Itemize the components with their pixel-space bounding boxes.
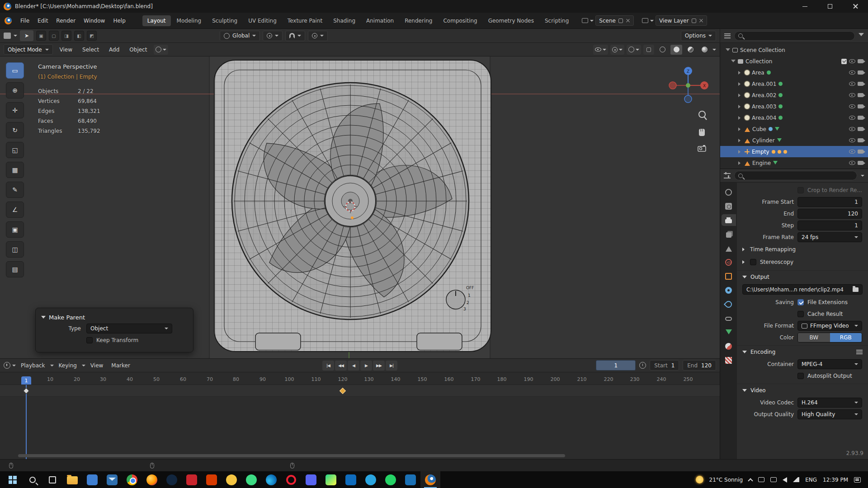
expand-icon[interactable]	[738, 105, 742, 108]
altium-icon[interactable]	[401, 471, 420, 488]
adobe-icon[interactable]	[182, 471, 202, 488]
stereoscopy-section[interactable]: Stereoscopy	[737, 256, 868, 268]
shading-rendered-button[interactable]	[698, 45, 710, 55]
menu-playback[interactable]: Playback	[18, 361, 48, 370]
file-explorer-icon[interactable]	[62, 471, 82, 488]
tab-material[interactable]	[722, 340, 736, 352]
new-view-layer-icon[interactable]	[692, 19, 696, 23]
editor-type-caret-icon[interactable]	[14, 35, 17, 38]
opera-icon[interactable]	[281, 471, 301, 488]
outliner-item-area-002[interactable]: Area.002	[720, 89, 868, 101]
workspace-tab-texture-paint[interactable]: Texture Paint	[283, 15, 327, 26]
transform-tool[interactable]: ▦	[6, 162, 24, 178]
timeline-ruler[interactable]: 1 10 20 30 40 50 60 70 80 90 100 110 120…	[0, 372, 720, 385]
tab-texture[interactable]	[722, 354, 736, 366]
scene-browse-caret-icon[interactable]	[590, 20, 594, 23]
visibility-dropdown[interactable]	[593, 45, 608, 55]
outliner-item-empty-selected[interactable]: Empty	[720, 146, 868, 157]
tab-object-data[interactable]	[722, 326, 736, 338]
empty-origin-point[interactable]	[351, 216, 354, 219]
start-button[interactable]	[3, 471, 23, 488]
select-subtract-toggle-icon[interactable]: ◧	[74, 31, 84, 41]
menu-render[interactable]: Render	[52, 16, 80, 26]
presets-menu-icon[interactable]	[856, 350, 863, 351]
fan-object[interactable]: OFF 1 2 3	[214, 60, 491, 352]
cursor-tool[interactable]: ⊕	[6, 82, 24, 99]
play-button[interactable]: ▶	[360, 361, 372, 371]
minimize-button[interactable]	[792, 0, 817, 13]
task-view-icon[interactable]	[42, 471, 62, 488]
expand-icon[interactable]	[738, 139, 742, 142]
snapping-dropdown[interactable]	[285, 31, 305, 41]
discord-icon[interactable]	[301, 471, 321, 488]
disable-render-icon[interactable]	[858, 161, 863, 165]
video-section-header[interactable]: Video	[737, 384, 868, 397]
frame-step-value-field[interactable]: 1	[797, 221, 862, 230]
jump-to-start-button[interactable]: |◀	[322, 361, 334, 371]
expand-icon[interactable]	[731, 60, 736, 65]
workspace-tab-rendering[interactable]: Rendering	[400, 15, 437, 26]
playhead-line[interactable]	[26, 385, 27, 459]
mode-dropdown[interactable]: Object Mode	[4, 44, 53, 55]
telegram-icon[interactable]	[361, 471, 381, 488]
disable-render-icon[interactable]	[858, 70, 863, 75]
container-dropdown[interactable]: MPEG-4	[797, 359, 862, 369]
rotate-tool[interactable]: ↻	[6, 122, 24, 138]
overlays-dropdown[interactable]	[627, 45, 641, 55]
menu-keying[interactable]: Keying	[56, 361, 80, 370]
timeline-tracks[interactable]	[0, 385, 720, 459]
tab-view-layer[interactable]	[722, 228, 736, 240]
collapse-icon[interactable]	[41, 316, 46, 321]
move-tool[interactable]: ✛	[6, 102, 24, 118]
tab-render[interactable]	[722, 200, 736, 212]
outliner-search-input[interactable]	[734, 31, 855, 41]
proportional-editing-dropdown[interactable]	[308, 31, 328, 41]
menu-add[interactable]: Add	[106, 45, 123, 54]
add-cube-tool[interactable]: ▣	[6, 221, 24, 238]
file-extensions-checkbox[interactable]	[797, 299, 804, 305]
tab-constraints[interactable]	[722, 312, 736, 324]
use-preview-range-icon[interactable]	[639, 362, 646, 369]
hide-eye-icon[interactable]	[849, 70, 855, 75]
output-quality-dropdown[interactable]: High Quality	[797, 409, 862, 419]
properties-search-input[interactable]	[734, 171, 857, 180]
language-indicator[interactable]: ENG	[805, 477, 817, 483]
select-box-tool[interactable]: ▭	[6, 62, 24, 79]
workspace-tab-modeling[interactable]: Modeling	[172, 15, 207, 26]
expand-icon[interactable]	[738, 82, 742, 86]
blender-menu-icon[interactable]	[5, 17, 12, 24]
outliner-item-area-001[interactable]: Area.001	[720, 78, 868, 89]
editor-type-icon[interactable]	[4, 33, 11, 39]
video-codec-dropdown[interactable]: H.264	[797, 398, 862, 408]
tab-tool[interactable]	[722, 186, 736, 198]
tab-scene[interactable]	[722, 242, 736, 254]
parent-type-dropdown[interactable]: Object	[86, 324, 172, 333]
color-bw-button[interactable]: BW	[798, 333, 830, 342]
firefox-icon[interactable]	[142, 471, 162, 488]
outliner-item-area-003[interactable]: Area.003	[720, 101, 868, 112]
expand-icon[interactable]	[738, 150, 742, 154]
tablet-icon[interactable]	[758, 477, 764, 482]
hidden-icons-chevron[interactable]	[748, 478, 753, 483]
menu-file[interactable]: File	[16, 16, 33, 26]
transform-orientation-icon[interactable]	[154, 45, 168, 55]
play-reverse-button[interactable]: ◀	[348, 361, 359, 371]
gizmos-dropdown[interactable]	[610, 45, 624, 55]
onedrive-icon[interactable]	[770, 477, 777, 482]
tab-output[interactable]	[722, 214, 736, 226]
steam-icon[interactable]	[162, 471, 182, 488]
workspace-tab-scripting[interactable]: Scripting	[540, 15, 574, 26]
maximize-button[interactable]	[817, 0, 843, 13]
frame-end-field[interactable]: End120	[683, 360, 716, 371]
active-tool-button[interactable]: ➤	[20, 30, 33, 41]
expand-icon[interactable]	[738, 94, 742, 97]
workspace-tab-uv-editing[interactable]: UV Editing	[243, 15, 282, 26]
timeline-editor-caret-icon[interactable]	[12, 365, 16, 368]
next-keyframe-button[interactable]: ▶▶	[373, 361, 385, 371]
menu-object[interactable]: Object	[126, 45, 150, 54]
disable-render-icon[interactable]	[858, 104, 863, 108]
edge-icon[interactable]	[261, 471, 281, 488]
workspace-tab-compositing[interactable]: Compositing	[438, 15, 482, 26]
tab-world[interactable]	[722, 256, 736, 268]
properties-editor-icon[interactable]	[724, 173, 731, 178]
